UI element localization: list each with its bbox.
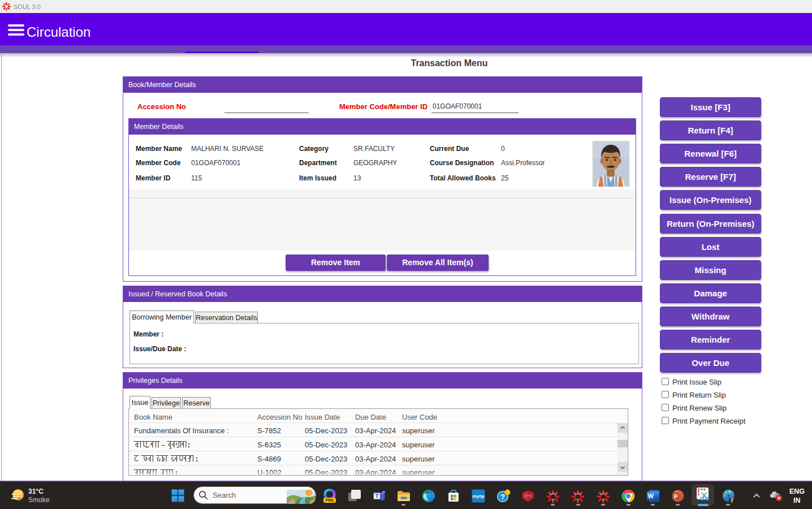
- svg-text:?: ?: [500, 493, 505, 501]
- svg-text:W: W: [648, 493, 654, 499]
- svg-text:myhp: myhp: [472, 494, 484, 499]
- svg-text:P: P: [674, 494, 678, 500]
